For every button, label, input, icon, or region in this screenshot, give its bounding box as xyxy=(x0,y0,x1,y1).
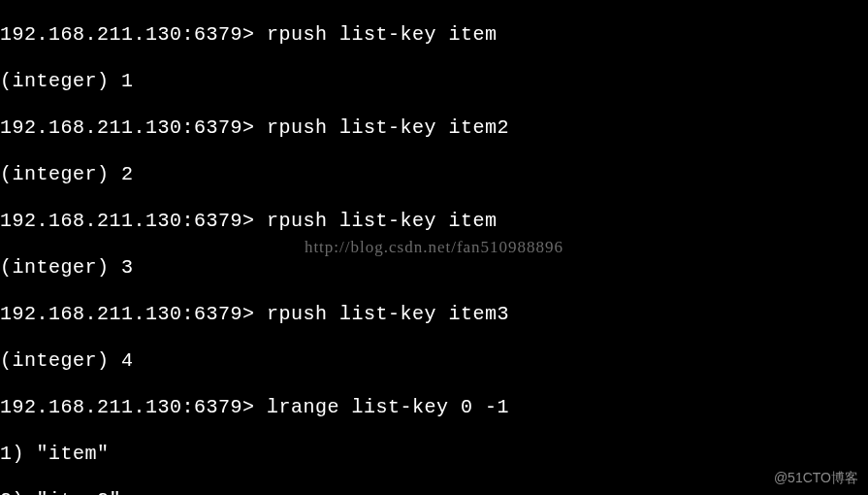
terminal-line: 192.168.211.130:6379> rpush list-key ite… xyxy=(0,303,868,326)
terminal-line: (integer) 2 xyxy=(0,163,868,186)
terminal-line: 192.168.211.130:6379> rpush list-key ite… xyxy=(0,23,868,47)
terminal[interactable]: 192.168.211.130:6379> rpush list-key ite… xyxy=(0,0,868,495)
terminal-line: 192.168.211.130:6379> lrange list-key 0 … xyxy=(0,396,868,419)
terminal-line: 192.168.211.130:6379> rpush list-key ite… xyxy=(0,116,868,140)
terminal-line: 2) "item2" xyxy=(0,489,868,495)
terminal-line: (integer) 1 xyxy=(0,70,868,93)
terminal-line: (integer) 4 xyxy=(0,349,868,373)
terminal-line: 192.168.211.130:6379> rpush list-key ite… xyxy=(0,210,868,233)
terminal-line: (integer) 3 xyxy=(0,256,868,280)
terminal-line: 1) "item" xyxy=(0,443,868,466)
